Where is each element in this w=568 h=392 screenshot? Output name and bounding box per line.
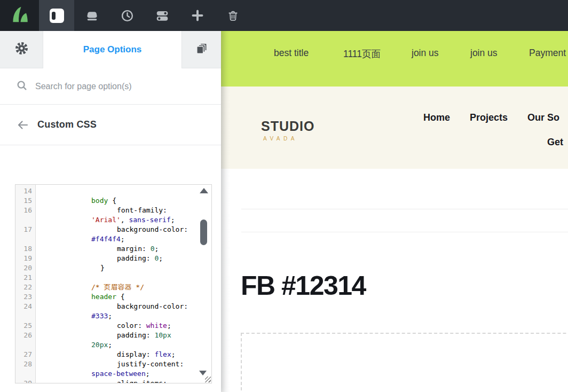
code-text: #333; <box>36 311 211 321</box>
code-line: #f4f4f4; <box>15 234 211 244</box>
line-number: 16 <box>15 206 36 215</box>
editor-resize-handle[interactable] <box>205 377 211 382</box>
code-line: 14 <box>15 186 211 196</box>
layered-pages-icon <box>195 42 209 58</box>
code-line: 17background-color: <box>15 225 211 234</box>
code-line: 22/* 页眉容器 */ <box>15 283 211 292</box>
tab-page-options[interactable]: Page Options <box>43 31 182 68</box>
code-line: 18margin: 0; <box>15 244 211 254</box>
nav-item[interactable]: Our So <box>527 112 559 123</box>
toggles-icon <box>155 9 169 22</box>
line-number: 27 <box>15 350 36 359</box>
avada-live-builder: Page Options <box>0 0 568 392</box>
line-number <box>15 215 36 225</box>
panel-tab-bar: Page Options <box>0 31 221 68</box>
trash-icon <box>227 10 239 22</box>
preview-site-header: STUDIO AVADA HomeProjectsOur So Get <box>221 87 568 169</box>
line-number: 25 <box>15 321 36 331</box>
top-menu-item[interactable]: join us <box>470 48 498 59</box>
code-text: padding: 0; <box>36 254 211 263</box>
line-number: 21 <box>15 273 36 283</box>
code-text: 20px; <box>36 340 211 350</box>
plus-icon <box>191 9 204 22</box>
code-text: font-family: <box>36 206 211 215</box>
line-number: 23 <box>15 292 36 302</box>
site-logo-subtitle: AVADA <box>261 136 314 142</box>
avada-logo-icon <box>10 4 30 27</box>
section-title: Custom CSS <box>37 119 97 130</box>
site-logo[interactable]: STUDIO AVADA <box>261 119 314 142</box>
line-number: 19 <box>15 254 36 263</box>
code-line: 28justify-content: <box>15 359 211 369</box>
code-line: 23header { <box>15 292 211 302</box>
code-text: align-items: <box>36 379 211 383</box>
avada-logo-button[interactable] <box>0 0 39 31</box>
line-number: 24 <box>15 302 36 311</box>
code-line: 27display: flex; <box>15 350 211 359</box>
code-text: #f4f4f4; <box>36 234 211 244</box>
code-text: justify-content: <box>36 359 211 369</box>
history-button[interactable] <box>109 0 145 31</box>
nav-item[interactable]: Home <box>423 112 450 123</box>
line-number <box>15 340 36 350</box>
clock-icon <box>121 9 134 22</box>
tab-library[interactable] <box>182 31 221 68</box>
top-menu-item[interactable]: join us <box>412 48 439 59</box>
code-text: header { <box>36 292 211 302</box>
code-line: 20} <box>15 263 211 273</box>
nav-item[interactable]: Projects <box>470 112 508 123</box>
editor-code-area[interactable]: 1415body {16font-family:'Arial', sans-se… <box>15 186 211 383</box>
line-number <box>15 234 36 244</box>
line-number: 22 <box>15 283 36 292</box>
code-line: 'Arial', sans-serif; <box>15 215 211 225</box>
scrollbar-thumb[interactable] <box>200 219 207 245</box>
top-menu-item[interactable]: 1111页面 <box>343 48 381 60</box>
line-number: 28 <box>15 359 36 369</box>
tab-element-options[interactable] <box>0 31 43 68</box>
custom-css-header: Custom CSS <box>0 105 221 145</box>
code-text: display: flex; <box>36 350 211 359</box>
line-number: 14 <box>15 186 36 196</box>
code-text: } <box>36 263 211 273</box>
live-preview: best title1111页面join usjoin usPayment ST… <box>221 31 568 392</box>
top-menu-item[interactable]: Payment <box>529 48 566 59</box>
code-text <box>36 273 211 283</box>
page-options-panel: Page Options <box>0 31 221 392</box>
code-text: margin: 0; <box>36 244 211 254</box>
line-number: 26 <box>15 331 36 340</box>
preferences-button[interactable] <box>145 0 180 31</box>
code-line: 26padding: 10px <box>15 331 211 340</box>
toggle-sidebar-button[interactable] <box>39 0 74 31</box>
scrollbar-up-arrow-icon[interactable] <box>200 188 208 193</box>
builder-toolbar <box>0 0 568 31</box>
top-menu-item[interactable]: best title <box>274 48 309 59</box>
code-text: padding: 10px <box>36 331 211 340</box>
line-number: 15 <box>15 196 36 206</box>
css-code-editor[interactable]: 1415body {16font-family:'Arial', sans-se… <box>15 184 212 383</box>
code-text: 'Arial', sans-serif; <box>36 215 211 225</box>
page-options-search <box>0 68 221 105</box>
line-number: 18 <box>15 244 36 254</box>
code-line: space-between; <box>15 369 211 379</box>
line-number: 29 <box>15 379 36 383</box>
gear-icon <box>14 41 29 58</box>
back-button[interactable] <box>16 118 30 132</box>
code-line: #333; <box>15 311 211 321</box>
code-line: 21 <box>15 273 211 283</box>
trash-button[interactable] <box>215 0 250 31</box>
code-text <box>36 186 211 196</box>
line-number <box>15 311 36 321</box>
code-line: 20px; <box>15 340 211 350</box>
save-button[interactable] <box>74 0 109 31</box>
page-title: FB #12314 <box>241 270 366 301</box>
search-input[interactable] <box>35 82 195 91</box>
nav-item-get[interactable]: Get <box>547 137 563 148</box>
builder-drop-zone[interactable] <box>241 333 568 392</box>
line-number: 20 <box>15 263 36 273</box>
code-text: background-color: <box>36 302 211 311</box>
search-icon <box>16 80 35 93</box>
empty-container-divider <box>241 232 568 232</box>
tab-page-options-label: Page Options <box>83 44 142 55</box>
add-button[interactable] <box>180 0 215 31</box>
scrollbar-down-arrow-icon[interactable] <box>199 371 207 375</box>
